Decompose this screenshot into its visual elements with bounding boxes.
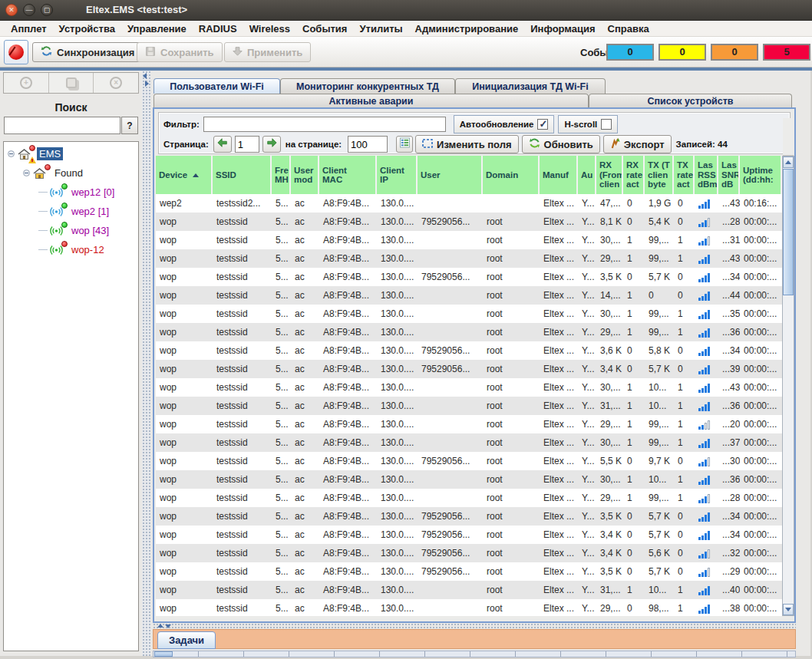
- table-row[interactable]: woptestssid5...acA8:F9:4B...130.0....795…: [156, 507, 782, 526]
- tree-item[interactable]: Found: [4, 163, 138, 183]
- export-button[interactable]: Экспорт: [603, 135, 672, 153]
- tree-item[interactable]: EMS: [4, 144, 138, 163]
- hscrollbar-thumb[interactable]: [154, 651, 173, 657]
- table-row[interactable]: woptestssid5...acA8:F9:4B...130.0....795…: [156, 341, 782, 360]
- table-header-cell[interactable]: Domain: [483, 156, 540, 194]
- collapse-handle-icon[interactable]: [8, 150, 15, 157]
- column-list-button[interactable]: [396, 136, 413, 153]
- page-input[interactable]: [235, 136, 259, 153]
- table-header-cell[interactable]: User mod: [291, 156, 319, 194]
- expand-down-icon[interactable]: [165, 624, 171, 628]
- hscroll-checkbox[interactable]: [601, 119, 612, 130]
- table-row[interactable]: woptestssid5...acA8:F9:4B...130.0....roo…: [156, 415, 782, 433]
- search-help-button[interactable]: ?: [121, 117, 138, 134]
- table-row[interactable]: wep2testssid2...5...acA8:F9:4B...130.0..…: [156, 194, 782, 213]
- filter-input[interactable]: [203, 117, 446, 132]
- event-counter[interactable]: 5: [763, 44, 810, 61]
- table-row[interactable]: woptestssid5...acA8:F9:4B...130.0....roo…: [156, 305, 782, 323]
- minimize-icon[interactable]: —: [23, 4, 35, 16]
- table-row[interactable]: woptestssid5...acA8:F9:4B...130.0....roo…: [156, 231, 782, 249]
- expand-up-icon[interactable]: [157, 624, 163, 628]
- table-row[interactable]: woptestssid5...acA8:F9:4B...130.0....795…: [156, 452, 782, 470]
- menu-item[interactable]: Информация: [524, 21, 601, 37]
- refresh-button[interactable]: Обновить: [522, 135, 600, 153]
- per-page-input[interactable]: [348, 136, 388, 153]
- table-row[interactable]: woptestssid5...acA8:F9:4B...130.0....roo…: [156, 433, 782, 452]
- table-row[interactable]: woptestssid5...acA8:F9:4B...130.0....795…: [156, 526, 782, 544]
- vertical-splitter[interactable]: [142, 71, 150, 656]
- tab[interactable]: Инициализация ТД Wi-Fi: [455, 78, 606, 94]
- scroll-down-button[interactable]: [783, 604, 794, 615]
- next-page-button[interactable]: [262, 136, 281, 153]
- menu-item[interactable]: RADIUS: [193, 21, 243, 37]
- table-row[interactable]: woptestssid5...acA8:F9:4B...130.0....795…: [156, 562, 782, 581]
- collapse-right-icon[interactable]: [145, 81, 149, 87]
- table-row[interactable]: woptestssid5...acA8:F9:4B...130.0....roo…: [156, 397, 782, 415]
- menu-item[interactable]: Справка: [602, 21, 655, 37]
- table-header-cell[interactable]: RX (From clien: [596, 156, 623, 194]
- prev-page-button[interactable]: [213, 136, 232, 153]
- table-header-cell[interactable]: User: [418, 156, 483, 194]
- table-row[interactable]: woptestssid5...acA8:F9:4B...130.0....roo…: [156, 378, 782, 397]
- menu-item[interactable]: Устройства: [53, 21, 121, 37]
- table-row[interactable]: woptestssid5...acA8:F9:4B...130.0....795…: [156, 544, 782, 562]
- tab[interactable]: Список устройств: [589, 94, 792, 107]
- table-header-cell[interactable]: Client MAC: [319, 156, 377, 194]
- scrollbar-thumb[interactable]: [783, 169, 794, 295]
- table-header-cell[interactable]: Uptime (dd:hh:: [740, 156, 782, 194]
- table-header-cell[interactable]: TX rate act: [674, 156, 695, 194]
- tab-tasks[interactable]: Задачи: [157, 631, 216, 649]
- event-counter[interactable]: 0: [606, 44, 654, 61]
- alarm-sound-button[interactable]: [4, 40, 28, 64]
- close-icon[interactable]: ✕: [5, 4, 18, 16]
- apply-button[interactable]: Применить: [224, 42, 311, 62]
- table-row[interactable]: woptestssid5...acA8:F9:4B...130.0....795…: [156, 268, 782, 286]
- table-header-cell[interactable]: Las SNR dB: [718, 156, 740, 194]
- delete-node-button[interactable]: ×: [94, 73, 138, 93]
- tree-item[interactable]: wop [43]: [4, 221, 138, 240]
- maximize-icon[interactable]: ▢: [41, 4, 53, 16]
- table-row[interactable]: woptestssid5...acA8:F9:4B...130.0....795…: [156, 360, 782, 378]
- table-row[interactable]: woptestssid5...acA8:F9:4B...130.0....roo…: [156, 470, 782, 489]
- table-row[interactable]: woptestssid5...acA8:F9:4B...130.0....roo…: [156, 581, 782, 599]
- menu-item[interactable]: События: [296, 21, 353, 37]
- menu-item[interactable]: Wireless: [243, 21, 296, 37]
- table-header-cell[interactable]: SSID: [213, 156, 272, 194]
- table-header-cell[interactable]: Device: [156, 156, 213, 194]
- horizontal-splitter[interactable]: [153, 623, 796, 629]
- table-header-cell[interactable]: RX rate act: [623, 156, 645, 194]
- table-header-cell[interactable]: Las RSS dBm: [695, 156, 718, 194]
- hscroll-group[interactable]: H-scroll: [558, 115, 618, 133]
- table-header-cell[interactable]: Client IP: [377, 156, 418, 194]
- horizontal-scrollbar[interactable]: [153, 651, 796, 657]
- table-header-cell[interactable]: Fre MH: [272, 156, 291, 194]
- table-row[interactable]: woptestssid5...acA8:F9:4B...130.0....roo…: [156, 599, 782, 615]
- menu-item[interactable]: Апплет: [5, 21, 53, 37]
- event-counter[interactable]: 0: [659, 44, 706, 61]
- menu-item[interactable]: Администрирование: [409, 21, 525, 37]
- tab[interactable]: Мониторинг конкурентных ТД: [280, 78, 455, 94]
- menu-item[interactable]: Утилиты: [353, 21, 408, 37]
- table-row[interactable]: woptestssid5...acA8:F9:4B...130.0....roo…: [156, 489, 782, 507]
- tab[interactable]: Активные аварии: [153, 94, 589, 107]
- save-button[interactable]: Сохранить: [137, 42, 223, 62]
- table-header-cell[interactable]: TX (T clien byte: [645, 156, 674, 194]
- sync-button[interactable]: Синхронизация: [32, 42, 143, 62]
- table-row[interactable]: woptestssid5...acA8:F9:4B...130.0....roo…: [156, 286, 782, 305]
- autorefresh-checkbox[interactable]: [537, 119, 548, 130]
- menu-item[interactable]: Управление: [121, 21, 193, 37]
- tab[interactable]: Пользователи Wi-Fi: [153, 78, 280, 94]
- table-row[interactable]: woptestssid5...acA8:F9:4B...130.0....795…: [156, 213, 782, 231]
- event-counter[interactable]: 0: [711, 44, 758, 61]
- add-node-button[interactable]: +: [4, 73, 49, 93]
- collapse-left-icon[interactable]: [143, 73, 147, 79]
- copy-node-button[interactable]: [49, 73, 94, 93]
- autorefresh-group[interactable]: Автообновление: [454, 115, 555, 133]
- vertical-scrollbar[interactable]: [782, 156, 794, 616]
- table-header-cell[interactable]: Au: [578, 156, 596, 194]
- table-header-cell[interactable]: Manuf: [540, 156, 578, 194]
- edit-fields-button[interactable]: Изменить поля: [415, 135, 518, 153]
- collapse-handle-icon[interactable]: [23, 170, 30, 176]
- tree-item[interactable]: wop-12: [4, 240, 138, 259]
- table-row[interactable]: woptestssid5...acA8:F9:4B...130.0....roo…: [156, 249, 782, 268]
